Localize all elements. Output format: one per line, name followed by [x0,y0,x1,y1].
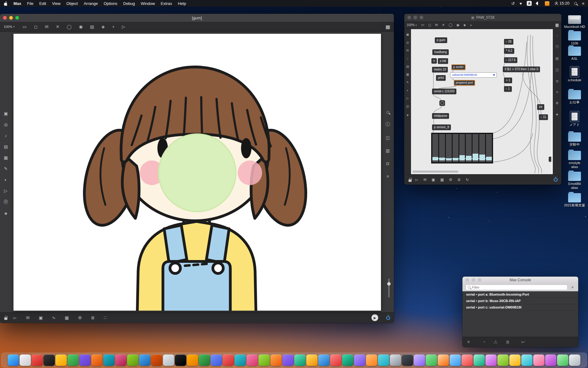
dock-app-41[interactable] [485,355,497,366]
objects-icon[interactable]: ▣ [406,33,409,36]
dock-app-28[interactable] [330,355,341,366]
dock-app-39[interactable] [462,355,473,366]
object-midiparse[interactable]: midiparse [432,113,449,119]
filter-field[interactable] [466,285,567,290]
media-icon[interactable]: ▦ [4,155,8,160]
dock-app-34[interactable] [402,355,413,366]
delete-icon[interactable]: ✕ [442,23,445,27]
contrast-icon[interactable]: ◐ [407,89,409,92]
comment-icon[interactable]: ✉ [45,24,49,29]
minimize-button[interactable] [413,16,417,19]
object-serial[interactable]: serial c 115200 [432,89,456,94]
dock-app-4[interactable] [43,355,55,366]
log-row[interactable]: serial • port a: Bluetooth-Incoming-Port [462,291,578,298]
dock-app-1[interactable] [8,355,19,366]
desktop-icon-schedule[interactable]: schedule [561,66,588,82]
zoom-button[interactable] [478,278,481,282]
multislider-bar[interactable] [466,134,472,162]
dock-app-36[interactable] [426,355,437,366]
dock-app-18[interactable] [211,355,222,366]
dock-app-13[interactable] [151,355,162,366]
lock-icon[interactable] [409,179,412,182]
multislider-bar[interactable] [439,134,445,162]
dots-grid-icon[interactable]: ∷ [104,315,107,320]
menu-extra-swatch-icon[interactable] [545,1,549,6]
object-print[interactable]: print [436,75,446,81]
wrench-icon[interactable]: ⚙ [556,101,559,105]
multislider-bar[interactable] [446,134,452,162]
number-box-28[interactable]: 28 [504,39,513,44]
object-p-sorter[interactable]: p sorter [451,64,466,70]
toggle-icon[interactable]: ◯ [449,23,452,27]
dock-app-42[interactable] [497,355,509,366]
wrench-icon[interactable]: ⚙ [449,178,452,182]
dock-app-17[interactable] [199,355,210,366]
apple-icon[interactable] [4,1,8,6]
minimize-button[interactable] [472,278,475,282]
meters-icon[interactable]: ≣ [91,315,95,320]
refresh-icon[interactable]: ↻ [466,178,469,182]
dock-app-9[interactable] [103,355,115,366]
play-icon[interactable]: ▷ [4,188,8,193]
number-box-117[interactable]: 117.6 [504,57,517,63]
dock-app-26[interactable] [306,355,318,366]
serial-port-menu[interactable]: usbserial-DM00B19I [450,72,497,78]
jump-icon[interactable]: ↩ [521,339,525,344]
dock-app-38[interactable] [450,355,461,366]
dock-app-6[interactable] [67,355,79,366]
desktop-icon-メアド[interactable]: メアド [561,111,588,127]
object-multiply[interactable]: * 4.2 [504,48,514,54]
dock-app-48[interactable] [569,355,580,366]
horizontal-scrollbar[interactable] [413,171,458,173]
button-icon[interactable]: ◉ [456,23,459,27]
dock-app-25[interactable] [294,355,306,366]
object-s-init[interactable]: s init [438,58,448,64]
meters-icon[interactable]: ≣ [458,178,461,182]
menu-item-debug[interactable]: Debug [123,1,135,6]
dock-app-33[interactable] [390,355,401,366]
dock-app-2[interactable] [20,355,31,366]
volume-icon[interactable] [537,2,540,5]
signal-icon[interactable]: ∿ [52,315,56,320]
dock-app-8[interactable] [91,355,103,366]
comment-icon[interactable]: ✉ [26,315,30,320]
grid-icon[interactable]: ▦ [65,315,69,320]
control-center-icon[interactable]: ≡ [582,1,584,6]
snapshot-icon[interactable]: ◘ [556,79,558,83]
wrench-icon[interactable]: ⚙ [78,315,82,320]
desktop-icon-emstyle-alias[interactable]: emstyle alias [561,151,588,169]
list-icon[interactable]: ▥ [556,56,559,60]
object-prepend-port[interactable]: prepend port [454,80,475,86]
number-box-11[interactable]: 11 [539,114,548,120]
favorites-icon[interactable]: ★ [4,211,8,216]
menu-item-edit[interactable]: Edit [39,1,46,6]
multislider-bar[interactable] [432,134,438,162]
desktop-icon-emotibit-alias[interactable]: EmotiBit alias [561,172,588,190]
filter-input[interactable] [472,286,565,289]
add-object-icon[interactable]: + [470,23,472,27]
patcher-icon[interactable]: ▷ [122,24,125,29]
zoom-level-dropdown[interactable]: 100% [4,25,15,29]
run-button[interactable]: ▶ [371,314,378,321]
draw-icon[interactable]: ✎ [406,81,409,84]
heart-icon[interactable]: ♥ [520,1,522,6]
list-icon[interactable]: ▥ [386,148,390,153]
toggle-icon[interactable]: ◯ [67,24,72,29]
gum-patcher-canvas[interactable] [13,34,381,311]
grid-toggle-icon[interactable]: ▦ [386,24,390,30]
dock-app-11[interactable] [127,355,138,366]
dock-app-5[interactable] [55,355,67,366]
favorites-icon[interactable]: ★ [406,113,409,117]
dock-app-37[interactable] [438,355,449,366]
log-row[interactable]: serial • port b: Muse-30CB-RN-iAP [462,298,578,304]
dock-app-12[interactable] [139,355,150,366]
delete-icon[interactable]: ✕ [56,24,59,29]
close-button[interactable] [407,16,411,19]
dock-app-30[interactable] [354,355,365,366]
grid-icon[interactable]: ▦ [440,178,444,182]
audio-power-icon[interactable] [386,316,390,320]
object-box-icon[interactable]: ▭ [421,23,424,27]
clock-icon[interactable]: ◔ [483,339,485,344]
paw-patcher-canvas[interactable]: p gum loadbang ✕ s init metro 10 print p… [411,29,553,174]
multislider-bar[interactable] [486,134,492,162]
